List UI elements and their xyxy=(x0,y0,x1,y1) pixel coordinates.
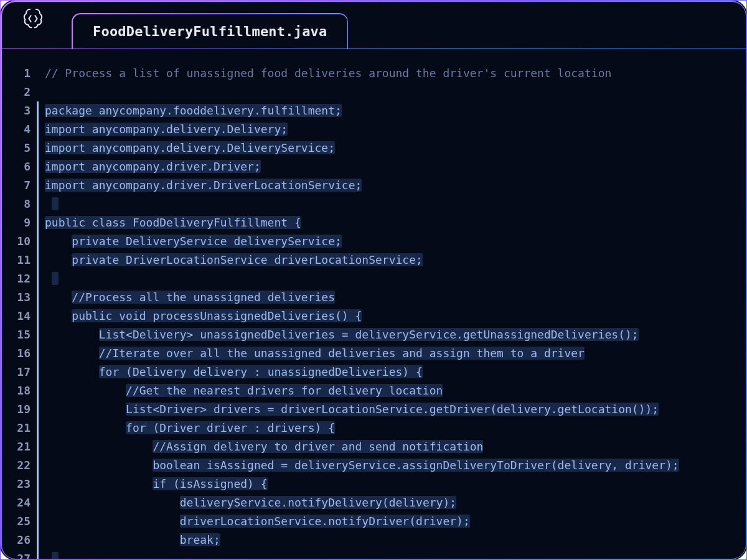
line-number: 6 xyxy=(1,157,37,176)
change-marker xyxy=(37,288,39,307)
code-line[interactable]: 1// Process a list of unassigned food de… xyxy=(1,64,746,83)
code-text: break; xyxy=(45,531,220,549)
change-marker xyxy=(37,269,39,288)
code-line[interactable]: 12 xyxy=(1,269,746,288)
code-line[interactable]: 14 public void processUnassignedDeliveri… xyxy=(1,307,746,325)
change-marker xyxy=(37,512,39,531)
code-line[interactable]: 19 List<Driver> drivers = driverLocation… xyxy=(1,400,746,419)
change-marker xyxy=(37,195,39,213)
code-text: //Get the nearest drivers for delivery l… xyxy=(45,381,443,400)
line-number: 10 xyxy=(1,232,37,251)
line-number: 26 xyxy=(1,531,37,549)
code-line[interactable]: 27 xyxy=(1,549,746,560)
tab-file[interactable]: FoodDeliveryFulfillment.java xyxy=(72,13,348,49)
code-line[interactable]: 5import anycompany.delivery.DeliveryServ… xyxy=(1,139,746,157)
line-number: 23 xyxy=(1,475,37,493)
code-line[interactable]: 15 List<Delivery> unassignedDeliveries =… xyxy=(1,325,746,344)
code-line[interactable]: 6import anycompany.driver.Driver; xyxy=(1,157,746,176)
code-text: import anycompany.driver.Driver; xyxy=(45,157,261,176)
code-line[interactable]: 18 //Get the nearest drivers for deliver… xyxy=(1,381,746,400)
code-line[interactable]: 21 for (Driver driver : drivers) { xyxy=(1,419,746,437)
code-text: private DriverLocationService driverLoca… xyxy=(45,251,423,269)
line-number: 11 xyxy=(1,251,37,269)
line-number: 24 xyxy=(1,493,37,512)
code-text: private DeliveryService deliveryService; xyxy=(45,232,342,251)
code-text: //Process all the unassigned deliveries xyxy=(45,288,335,307)
code-text: public void processUnassignedDeliveries(… xyxy=(45,307,362,325)
change-marker xyxy=(37,101,39,120)
change-marker xyxy=(37,251,39,269)
change-marker xyxy=(37,83,39,101)
code-text: driverLocationService.notifyDriver(drive… xyxy=(45,512,470,531)
code-text: deliveryService.notifyDelivery(delivery)… xyxy=(45,493,456,512)
code-text: // Process a list of unassigned food del… xyxy=(45,64,611,83)
change-marker xyxy=(37,325,39,344)
change-marker xyxy=(37,381,39,400)
code-text: import anycompany.delivery.Delivery; xyxy=(45,120,288,139)
code-line[interactable]: 24 deliveryService.notifyDelivery(delive… xyxy=(1,493,746,512)
code-text xyxy=(45,549,59,560)
code-line[interactable]: 2 xyxy=(1,83,746,101)
change-marker xyxy=(37,549,39,560)
change-marker xyxy=(37,64,39,83)
code-line[interactable]: 13 //Process all the unassigned deliveri… xyxy=(1,288,746,307)
code-text xyxy=(45,195,59,213)
brain-code-icon xyxy=(21,6,45,31)
line-number: 17 xyxy=(1,363,37,381)
line-number: 19 xyxy=(1,400,37,419)
code-line[interactable]: 23 if (isAssigned) { xyxy=(1,475,746,493)
code-text: if (isAssigned) { xyxy=(45,475,268,493)
code-line[interactable]: 16 //Iterate over all the unassigned del… xyxy=(1,344,746,363)
change-marker xyxy=(37,419,39,437)
change-marker xyxy=(37,400,39,419)
code-line[interactable]: 17 for (Delivery delivery : unassignedDe… xyxy=(1,363,746,381)
change-marker xyxy=(37,344,39,363)
line-number: 21 xyxy=(1,437,37,456)
code-text xyxy=(45,269,59,288)
line-number: 7 xyxy=(1,176,37,195)
code-text: import anycompany.delivery.DeliveryServi… xyxy=(45,139,335,157)
code-line[interactable]: 8 xyxy=(1,195,746,213)
tab-filename: FoodDeliveryFulfillment.java xyxy=(93,24,327,39)
change-marker xyxy=(37,493,39,512)
change-marker xyxy=(37,475,39,493)
line-number: 27 xyxy=(1,549,37,560)
code-line[interactable]: 25 driverLocationService.notifyDriver(dr… xyxy=(1,512,746,531)
code-line[interactable]: 26 break; xyxy=(1,531,746,549)
code-line[interactable]: 21 //Assign delivery to driver and send … xyxy=(1,437,746,456)
code-line[interactable]: 10 private DeliveryService deliveryServi… xyxy=(1,232,746,251)
line-number: 3 xyxy=(1,101,37,120)
line-number: 4 xyxy=(1,120,37,139)
line-number: 22 xyxy=(1,456,37,475)
code-text: package anycompany.fooddelivery.fulfillm… xyxy=(45,101,342,120)
change-marker xyxy=(37,363,39,381)
code-text: List<Driver> drivers = driverLocationSer… xyxy=(45,400,659,419)
change-marker xyxy=(37,139,39,157)
code-line[interactable]: 11 private DriverLocationService driverL… xyxy=(1,251,746,269)
code-editor[interactable]: 1// Process a list of unassigned food de… xyxy=(1,49,746,560)
line-number: 13 xyxy=(1,288,37,307)
code-line[interactable]: 9public class FoodDeliveryFulfillment { xyxy=(1,213,746,232)
change-marker xyxy=(37,531,39,549)
change-marker xyxy=(37,120,39,139)
code-line[interactable]: 7import anycompany.driver.DriverLocation… xyxy=(1,176,746,195)
change-marker xyxy=(37,176,39,195)
line-number: 1 xyxy=(1,64,37,83)
code-line[interactable]: 3package anycompany.fooddelivery.fulfill… xyxy=(1,101,746,120)
line-number: 18 xyxy=(1,381,37,400)
line-number: 5 xyxy=(1,139,37,157)
code-line[interactable]: 4import anycompany.delivery.Delivery; xyxy=(1,120,746,139)
line-number: 8 xyxy=(1,195,37,213)
code-text: public class FoodDeliveryFulfillment { xyxy=(45,213,301,232)
line-number: 25 xyxy=(1,512,37,531)
code-text: for (Driver driver : drivers) { xyxy=(45,419,335,437)
line-number: 21 xyxy=(1,419,37,437)
code-line[interactable]: 22 boolean isAssigned = deliveryService.… xyxy=(1,456,746,475)
code-text: List<Delivery> unassignedDeliveries = de… xyxy=(45,325,639,344)
code-text: import anycompany.driver.DriverLocationS… xyxy=(45,176,362,195)
line-number: 9 xyxy=(1,213,37,232)
change-marker xyxy=(37,456,39,475)
editor-window: FoodDeliveryFulfillment.java 1// Process… xyxy=(0,0,747,560)
code-text: boolean isAssigned = deliveryService.ass… xyxy=(45,456,679,475)
change-marker xyxy=(37,307,39,325)
